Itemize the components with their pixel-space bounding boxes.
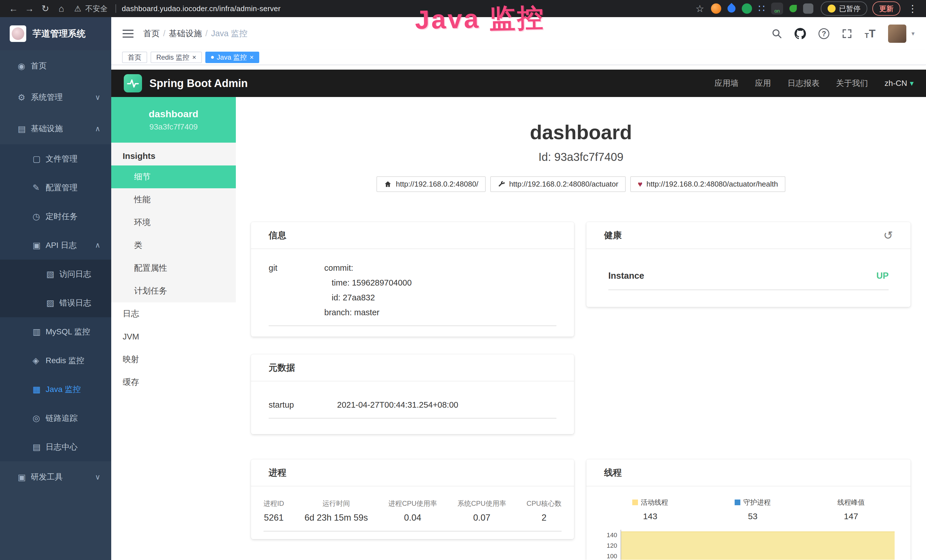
sidebar-item-label: 日志中心 (45, 442, 77, 453)
update-button[interactable]: 更新 (872, 2, 900, 16)
tab-label: Redis 监控 (156, 53, 189, 62)
paused-badge[interactable]: 已暂停 (821, 2, 867, 16)
extension-icon-droplet[interactable] (726, 3, 737, 14)
instance-links: http://192.168.0.2:48080/ http://192.168… (236, 176, 926, 192)
sba-item-scheduled-tasks[interactable]: 计划任务 (111, 280, 236, 303)
metric-system-cpu: 系统CPU使用率 0.07 (457, 499, 506, 523)
table-row: git commit: time: 1596289704000 id: 27aa… (269, 260, 557, 326)
search-icon[interactable] (772, 29, 782, 39)
status-badge: UP (876, 271, 889, 281)
instance-url-link[interactable]: http://192.168.0.2:48080/ (377, 176, 486, 192)
mysql-icon: ▥ (33, 327, 45, 337)
history-icon[interactable]: ↺ (883, 230, 893, 241)
process-card-body: 进程ID 5261 运行时间 6d 23h 15m 59s 进程CPU使用率 0… (251, 486, 574, 531)
metric-value: 6d 23h 15m 59s (304, 513, 368, 523)
spring-boot-admin-logo-icon (124, 74, 142, 92)
font-size-icon[interactable]: TT (865, 28, 876, 39)
sidebar-item-config-mgmt[interactable]: ✎ 配置管理 (0, 173, 111, 202)
sba-nav-applications[interactable]: 应用 (755, 78, 771, 89)
sba-item-environment[interactable]: 环境 (111, 211, 236, 234)
extension-icon-leaf[interactable] (790, 5, 797, 12)
sidebar-item-file-mgmt[interactable]: ▢ 文件管理 (0, 144, 111, 173)
sba-item-mappings[interactable]: 映射 (111, 348, 236, 371)
sba-nav-about[interactable]: 关于我们 (836, 78, 868, 89)
tab-label: 首页 (128, 53, 141, 62)
sidebar-item-home[interactable]: ◉ 首页 (0, 50, 111, 82)
metric-value: 0.07 (457, 513, 506, 523)
table-row[interactable]: Instance UP (608, 271, 889, 290)
legend-value: 143 (632, 512, 668, 521)
extension-icon-grid[interactable]: ∷ (758, 3, 765, 14)
sba-item-metrics[interactable]: 性能 (111, 188, 236, 211)
sidebar-item-label: 配置管理 (45, 182, 77, 193)
refresh-icon[interactable]: ↻ (38, 3, 53, 14)
not-secure-label[interactable]: 不安全 (85, 4, 107, 14)
page-subtitle: Id: 93a3fc7f7409 (236, 151, 926, 163)
extension-icon-green[interactable] (742, 3, 752, 14)
breadcrumb-item[interactable]: 首页 (143, 28, 160, 39)
sidebar-item-mysql-monitor[interactable]: ▥ MySQL 监控 (0, 317, 111, 346)
tab-java-monitor[interactable]: Java 监控 × (205, 51, 259, 63)
chevron-down-icon: ▾ (910, 79, 914, 87)
close-icon[interactable]: × (192, 54, 196, 61)
bookmark-star-icon[interactable]: ☆ (693, 3, 707, 14)
fullscreen-icon[interactable] (842, 29, 852, 39)
metadata-card: 元数据 startup 2021-04-27T00:44:31.254+08:0… (251, 354, 574, 434)
tags-bar: 首页 Redis 监控 × Java 监控 × (111, 50, 926, 65)
threads-legend: 活动线程 143 守护进程 53 (599, 498, 898, 521)
metric-pid: 进程ID 5261 (263, 499, 284, 523)
sidebar-item-label: 错误日志 (59, 298, 91, 309)
sidebar-item-dev-tools[interactable]: ▣ 研发工具 ∨ (0, 461, 111, 493)
help-icon[interactable]: ? (819, 28, 829, 39)
sba-nav-journal[interactable]: 日志报表 (788, 78, 820, 89)
sba-app-header[interactable]: dashboard 93a3fc7f7409 (111, 97, 236, 143)
collapse-sidebar-icon[interactable] (123, 29, 133, 38)
sidebar-item-api-logs[interactable]: ▣ API 日志 ∧ (0, 231, 111, 260)
user-avatar[interactable] (888, 24, 906, 43)
address-bar[interactable]: dashboard.yudao.iocoder.cn/infra/admin-s… (122, 4, 281, 13)
sidebar-item-label: Java 监控 (45, 384, 81, 395)
avatar-caret-icon[interactable]: ▾ (911, 30, 915, 37)
sidebar-item-system-mgmt[interactable]: ⚙ 系统管理 ∨ (0, 82, 111, 113)
browser-home-icon[interactable]: ⌂ (54, 3, 68, 14)
sidebar-item-error-logs[interactable]: ▨ 错误日志 (0, 288, 111, 317)
metric-label: 进程ID (263, 499, 284, 508)
sba-item-config-props[interactable]: 配置属性 (111, 257, 236, 280)
sidebar-item-scheduled-jobs[interactable]: ◷ 定时任务 (0, 202, 111, 231)
extension-icon-orange[interactable] (711, 3, 721, 14)
sba-item-logs[interactable]: 日志 (111, 303, 236, 325)
sba-nav-wall[interactable]: 应用墙 (715, 78, 738, 89)
legend-label: 守护进程 (743, 498, 770, 507)
breadcrumb-item[interactable]: 基础设施 (163, 28, 202, 39)
y-tick: 140 (599, 530, 617, 540)
metric-uptime: 运行时间 6d 23h 15m 59s (304, 499, 368, 523)
health-url-link[interactable]: ♥ http://192.168.0.2:48080/actuator/heal… (630, 176, 785, 192)
sidebar-item-access-logs[interactable]: ▧ 访问日志 (0, 260, 111, 288)
sidebar-item-label: API 日志 (45, 240, 77, 251)
sba-item-details[interactable]: 细节 (111, 165, 236, 188)
extension-icon-switch[interactable]: on (771, 3, 783, 15)
close-icon[interactable]: × (250, 54, 254, 61)
sba-item-classes[interactable]: 类 (111, 234, 236, 257)
tab-home[interactable]: 首页 (122, 51, 147, 63)
sidebar-item-tracing[interactable]: ◎ 链路追踪 (0, 404, 111, 433)
sidebar-item-log-center[interactable]: ▤ 日志中心 (0, 433, 111, 461)
process-card-title: 进程 (251, 459, 574, 486)
back-icon[interactable]: ← (6, 3, 21, 14)
sidebar-item-infrastructure[interactable]: ▤ 基础设施 ∧ (0, 113, 111, 144)
sidebar-item-label: MySQL 监控 (45, 326, 90, 337)
github-icon[interactable] (794, 28, 806, 39)
forward-icon[interactable]: → (22, 3, 36, 14)
sba-item-caches[interactable]: 缓存 (111, 371, 236, 394)
browser-menu-icon[interactable]: ⋮ (905, 3, 920, 14)
tab-redis-monitor[interactable]: Redis 监控 × (151, 51, 202, 63)
threads-chart-area (621, 531, 895, 560)
sidebar-item-redis-monitor[interactable]: ◈ Redis 监控 (0, 346, 111, 375)
sba-language-select[interactable]: zh-CN ▾ (885, 79, 914, 88)
metric-process-cpu: 进程CPU使用率 0.04 (389, 499, 437, 523)
sidebar-item-java-monitor[interactable]: ▦ Java 监控 (0, 375, 111, 404)
sba-item-jvm[interactable]: JVM (111, 325, 236, 348)
extensions-puzzle-icon[interactable] (803, 3, 813, 14)
brand-title: 芋道管理系统 (33, 28, 86, 40)
actuator-url-link[interactable]: http://192.168.0.2:48080/actuator (490, 176, 626, 192)
